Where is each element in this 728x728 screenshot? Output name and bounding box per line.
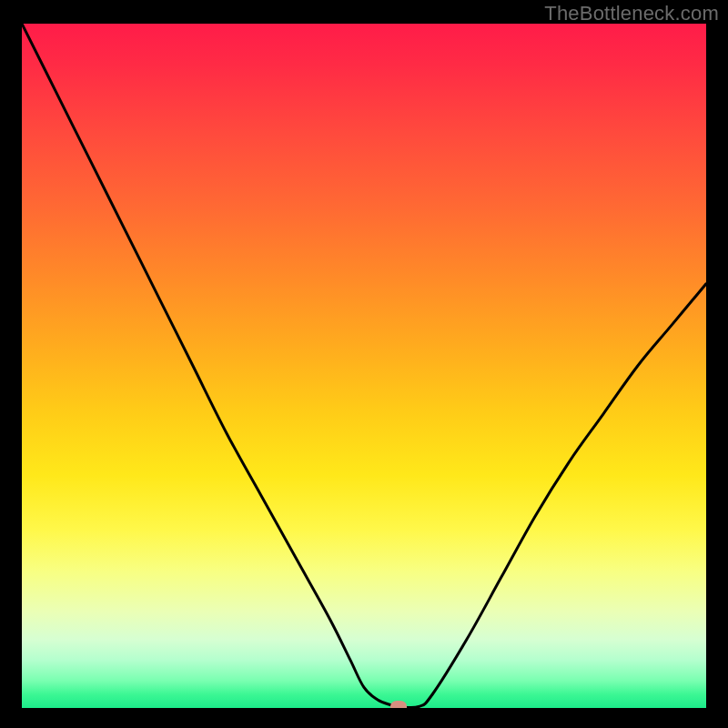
chart-frame: TheBottleneck.com: [0, 0, 728, 728]
bottleneck-curve: [22, 24, 706, 708]
optimal-marker: [390, 701, 407, 708]
plot-area: [22, 24, 706, 708]
attribution-label: TheBottleneck.com: [544, 2, 719, 25]
